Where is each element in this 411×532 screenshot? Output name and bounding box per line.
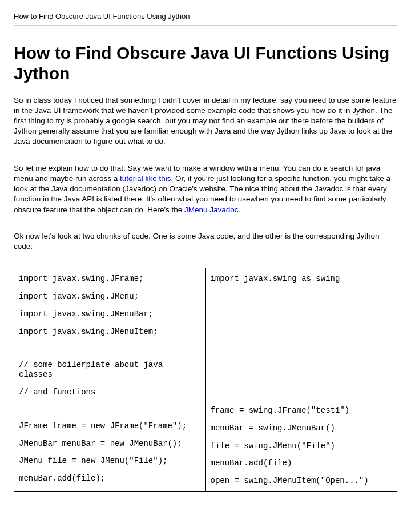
intro-paragraph: So in class today I noticed that somethi… xyxy=(14,95,397,147)
jython-code-cell: import javax.swing as swing frame = swin… xyxy=(206,268,397,492)
explain-paragraph: So let me explain how to do that. Say we… xyxy=(14,163,397,215)
code-intro-paragraph: Ok now let's look at two chunks of code.… xyxy=(14,231,397,252)
code-line: import javax.swing as swing xyxy=(211,274,393,284)
code-line: // and functions xyxy=(19,388,201,397)
code-line: JMenuBar menuBar = new JMenuBar(); xyxy=(19,439,201,449)
code-line: menuBar.add(file) xyxy=(211,458,393,468)
page-header: How to Find Obscure Java UI Functions Us… xyxy=(14,11,397,26)
tutorial-link[interactable]: tutorial like this xyxy=(120,174,171,183)
code-line: menuBar.add(file); xyxy=(19,474,201,483)
code-line: menuBar = swing.JMenuBar() xyxy=(211,424,393,433)
page-title: How to Find Obscure Java UI Functions Us… xyxy=(14,43,397,84)
code-line: import javax.swing.JMenu; xyxy=(19,292,201,301)
code-line: frame = swing.JFrame("test1") xyxy=(211,406,393,416)
java-code-cell: import javax.swing.JFrame; import javax.… xyxy=(14,268,206,492)
code-line: open = swing.JMenuItem("Open...") xyxy=(211,476,393,486)
code-comparison-table: import javax.swing.JFrame; import javax.… xyxy=(14,268,397,492)
code-line: // some boilerplate about java classes xyxy=(19,360,201,380)
code-line: import javax.swing.JMenuBar; xyxy=(19,309,201,319)
code-line: import javax.swing.JMenuItem; xyxy=(19,327,201,337)
code-line: import javax.swing.JFrame; xyxy=(19,274,201,284)
code-line: JMenu file = new JMenu("File"); xyxy=(19,456,201,466)
text-fragment: . xyxy=(239,205,241,214)
javadoc-link[interactable]: JMenu Javadoc xyxy=(184,205,239,214)
code-line: JFrame frame = new JFrame("Frame"); xyxy=(19,421,201,431)
code-line: file = swing.JMenu("File") xyxy=(211,441,393,451)
